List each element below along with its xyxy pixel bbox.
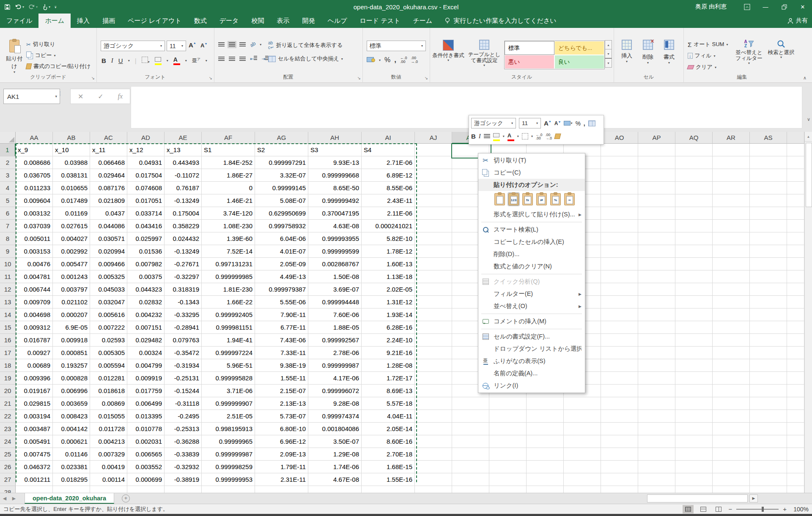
align-right-icon[interactable]	[239, 57, 246, 61]
cell[interactable]	[415, 258, 452, 270]
cell[interactable]: -0.15244	[165, 385, 202, 397]
cell[interactable]	[527, 397, 564, 410]
cell[interactable]	[415, 448, 452, 461]
cell[interactable]: 2.31E-11	[255, 473, 308, 486]
cell[interactable]: 1.46E-21	[202, 194, 255, 207]
row-header-4[interactable]: 4	[0, 182, 16, 194]
zoom-percentage[interactable]: 100%	[791, 506, 809, 513]
underline-dropdown-icon[interactable]: ▾	[128, 59, 130, 63]
cell[interactable]	[638, 334, 675, 347]
close-icon[interactable]: ✕	[793, 0, 812, 14]
cell[interactable]	[675, 258, 713, 270]
cell[interactable]	[713, 435, 750, 448]
cell[interactable]: 0.00114	[90, 473, 127, 486]
cell[interactable]: 1.72E-17	[362, 372, 415, 385]
mini-italic-icon[interactable]: I	[479, 133, 481, 140]
tab-描画[interactable]: 描画	[96, 14, 121, 28]
cell[interactable]	[415, 270, 452, 283]
row-header-21[interactable]: 21	[0, 397, 16, 410]
cell[interactable]: 1.50E-08	[308, 270, 362, 283]
column-header-AA[interactable]: AA	[16, 132, 53, 144]
cell[interactable]	[601, 448, 638, 461]
cell[interactable]	[750, 321, 787, 334]
style-悪い[interactable]: 悪い	[505, 55, 554, 69]
cell[interactable]	[489, 486, 527, 493]
cell[interactable]: 0.00375	[127, 270, 165, 283]
cell[interactable]: 0.004232	[127, 309, 165, 321]
cell[interactable]	[601, 359, 638, 372]
cell[interactable]	[675, 347, 713, 359]
cell[interactable]	[750, 410, 787, 423]
cell[interactable]	[415, 296, 452, 309]
cell[interactable]	[415, 486, 452, 493]
cell[interactable]: 1.29E-08	[308, 448, 362, 461]
tab-挿入[interactable]: 挿入	[71, 14, 96, 28]
cell[interactable]: S1	[202, 144, 255, 156]
align-bottom-icon[interactable]	[239, 42, 246, 47]
cell[interactable]: 0.999993955	[308, 232, 362, 245]
cell[interactable]: 0.000851	[53, 347, 90, 359]
cell[interactable]	[787, 270, 804, 283]
align-middle-icon[interactable]	[229, 42, 235, 47]
cell[interactable]	[564, 461, 601, 473]
cell[interactable]	[415, 156, 452, 169]
cell[interactable]: 0.999758932	[255, 220, 308, 232]
column-header-partial[interactable]	[787, 132, 804, 144]
cell[interactable]	[787, 397, 804, 410]
cell[interactable]: 0.017051	[127, 194, 165, 207]
row-header-25[interactable]: 25	[0, 448, 16, 461]
mini-font-family-select[interactable]: 游ゴシック▾	[471, 118, 516, 128]
comma-style-icon[interactable]: ,	[394, 56, 396, 64]
tab-チーム[interactable]: チーム	[406, 14, 439, 28]
cell[interactable]	[564, 423, 601, 435]
cell[interactable]: 0.027615	[53, 220, 90, 232]
cell[interactable]: 0.009396	[16, 372, 53, 385]
cell[interactable]: 0.999996072	[308, 385, 362, 397]
cell[interactable]	[564, 397, 601, 410]
cell[interactable]	[415, 385, 452, 397]
cell[interactable]: 1.68E-15	[362, 461, 415, 473]
cell[interactable]	[452, 435, 489, 448]
cell[interactable]: 0.005491	[16, 435, 53, 448]
share-button[interactable]: 共有	[787, 14, 808, 28]
cell[interactable]: 0.01536	[127, 245, 165, 258]
cell[interactable]: 0.000241021	[362, 220, 415, 232]
cell[interactable]: 0.003153	[16, 245, 53, 258]
cell[interactable]: 0.999999985	[202, 270, 255, 283]
cell[interactable]: 0.033714	[127, 207, 165, 220]
row-header-6[interactable]: 6	[0, 207, 16, 220]
cell[interactable]: -0.33839	[165, 448, 202, 461]
cell[interactable]: 0.046372	[16, 461, 53, 473]
cell[interactable]: -0.38919	[165, 473, 202, 486]
decrease-font-icon[interactable]: A▼	[200, 42, 207, 49]
cell[interactable]	[750, 245, 787, 258]
cell[interactable]: 0	[202, 182, 255, 194]
column-header-AG[interactable]: AG	[255, 132, 308, 144]
cell[interactable]	[564, 410, 601, 423]
cell[interactable]: 1.86E-27	[202, 169, 255, 182]
mini-decrease-decimal-icon[interactable]: .00→.0	[545, 133, 552, 140]
cell[interactable]	[452, 410, 489, 423]
normal-view-button[interactable]	[683, 505, 694, 513]
cell[interactable]: 0.999999492	[308, 194, 362, 207]
font-size-select[interactable]: 11▾	[167, 41, 186, 51]
cell[interactable]: 0.999997291	[255, 156, 308, 169]
row-header-7[interactable]: 7	[0, 220, 16, 232]
cell[interactable]: 9.93E-13	[308, 156, 362, 169]
cell[interactable]: 2.71E-06	[362, 156, 415, 169]
restore-icon[interactable]	[775, 0, 793, 14]
conditional-formatting-button[interactable]: 条件付き書式 ▾	[432, 40, 464, 62]
cell[interactable]: 0.087176	[90, 182, 127, 194]
cell[interactable]	[713, 423, 750, 435]
cell[interactable]	[713, 283, 750, 296]
cell[interactable]: 2.05E-09	[255, 258, 308, 270]
cell[interactable]	[489, 435, 527, 448]
page-break-view-button[interactable]	[713, 505, 724, 513]
tab-ホーム[interactable]: ホーム	[38, 14, 71, 28]
cell[interactable]	[601, 473, 638, 486]
cell[interactable]: 2.09E-13	[255, 448, 308, 461]
gallery-up-icon[interactable]: ▲	[605, 40, 612, 49]
cell[interactable]	[713, 258, 750, 270]
increase-font-icon[interactable]: A▲	[189, 41, 196, 49]
cell[interactable]	[675, 169, 713, 182]
